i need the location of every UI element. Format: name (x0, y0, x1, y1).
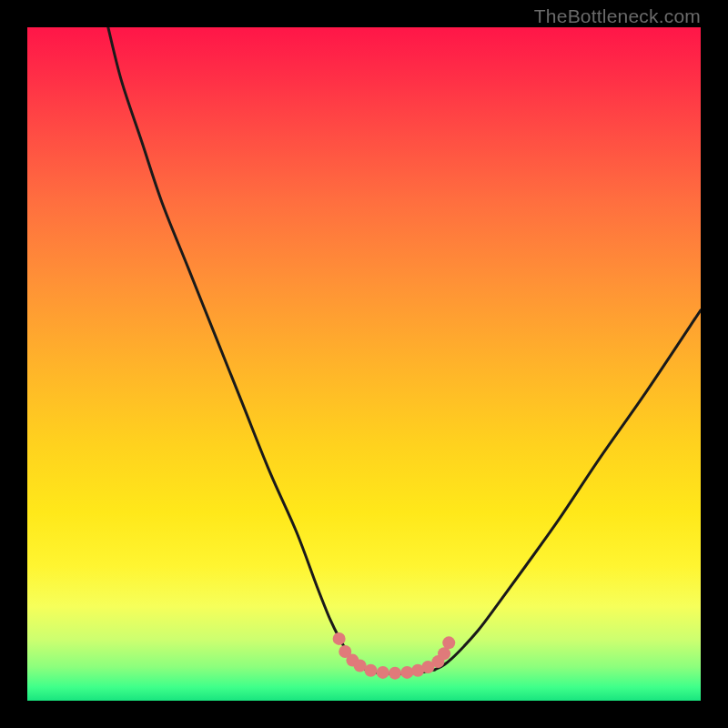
trough-marker (400, 666, 413, 679)
chart-frame: TheBottleneck.com (0, 0, 728, 728)
watermark-text: TheBottleneck.com (534, 5, 701, 27)
trough-marker (333, 632, 346, 645)
plot-area (27, 27, 701, 701)
bottleneck-curve (108, 27, 701, 673)
trough-markers (333, 632, 456, 680)
trough-marker (442, 636, 455, 649)
chart-svg (27, 27, 701, 701)
trough-marker (364, 664, 377, 677)
curve-path (108, 27, 701, 673)
trough-marker (389, 667, 401, 680)
trough-marker (377, 666, 389, 679)
